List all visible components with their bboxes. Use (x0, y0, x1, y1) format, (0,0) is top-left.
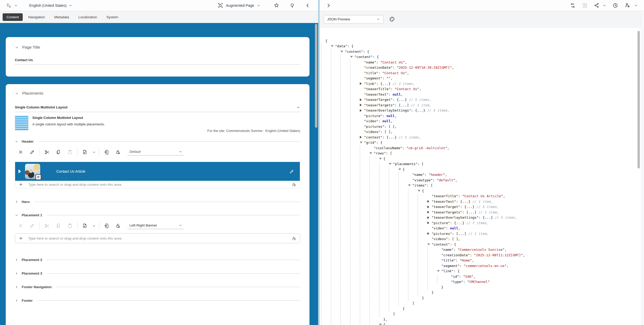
section-hero[interactable]: Hero (15, 200, 300, 204)
header-view-select[interactable]: Default (127, 149, 184, 155)
json-token-p: : { (450, 242, 456, 246)
edit-pencil-icon[interactable] (289, 169, 294, 174)
json-token-p: ", (403, 60, 407, 64)
cut-scissors-icon[interactable] (41, 149, 53, 155)
collapse-toggle-expanded-icon[interactable] (418, 188, 422, 194)
collapse-chevron-icon[interactable] (15, 91, 19, 95)
tab-content[interactable]: Content (3, 13, 23, 21)
indent-guide (369, 285, 379, 290)
content-type-filter-icon[interactable] (292, 182, 296, 187)
open-content-icon[interactable] (101, 149, 112, 155)
collapse-toggle-expanded-icon[interactable] (360, 140, 364, 146)
placement1-view-select[interactable]: Left-Right Banner (127, 222, 184, 229)
json-token-c: // 5 items, (399, 135, 421, 139)
indent-guide (350, 290, 360, 295)
locale-dropdown-chevron-icon[interactable] (69, 4, 72, 7)
collapse-toggle-expanded-icon[interactable] (389, 161, 393, 167)
left-panel-scrollbar[interactable] (315, 24, 317, 128)
locale-select-value[interactable]: English (United States) (29, 3, 67, 8)
lock-permissions-icon[interactable] (112, 223, 124, 229)
indent-guide (331, 226, 341, 231)
collapse-panel-left-icon[interactable] (305, 3, 310, 8)
indent-guide (350, 236, 360, 242)
share-dropdown-chevron-icon[interactable] (603, 4, 606, 7)
section-placement3[interactable]: Placement 3 (15, 271, 300, 275)
collapse-toggle-collapsed-icon[interactable] (427, 231, 432, 236)
preview-mode-select[interactable]: JSON Preview (324, 15, 383, 24)
collapse-toggle-collapsed-icon[interactable] (360, 108, 364, 113)
translate-icon[interactable] (6, 3, 11, 8)
lightbulb-icon[interactable] (289, 3, 295, 8)
tab-localization[interactable]: Localization (74, 13, 101, 21)
indent-guide (427, 285, 437, 290)
page-title-input[interactable]: Contact Us (15, 58, 300, 62)
json-token-c: // 5 items, (409, 98, 431, 102)
expand-caret-icon[interactable] (19, 169, 21, 173)
collapse-toggle-collapsed-icon[interactable] (360, 135, 364, 140)
translate-dropdown-chevron-icon[interactable] (14, 4, 18, 7)
json-token-p: : " (463, 280, 469, 284)
collapse-panel-right-icon[interactable] (326, 3, 331, 8)
json-token-p: : " (391, 87, 397, 91)
collapse-chevron-icon[interactable] (15, 45, 19, 49)
json-scrollbar[interactable] (637, 31, 640, 169)
tab-system[interactable]: System (103, 13, 122, 21)
indent-guide (398, 183, 408, 188)
collapse-toggle-expanded-icon[interactable] (331, 44, 335, 49)
lock-permissions-icon[interactable] (112, 149, 124, 155)
user-settings-dropdown-chevron-icon[interactable] (634, 4, 638, 7)
new-content-icon[interactable] (79, 149, 91, 155)
indent-guide (350, 220, 360, 226)
collapse-toggle-collapsed-icon[interactable] (360, 97, 364, 103)
doc-type-selector[interactable]: Augmented Page (217, 2, 260, 8)
placement1-drop-area[interactable]: Type here to search or drag and drop con… (15, 233, 300, 243)
new-content-dropdown-chevron-icon[interactable] (91, 224, 97, 228)
indent-guide (341, 135, 350, 140)
refresh-preview-icon[interactable] (570, 3, 576, 8)
linked-content-row[interactable]: Contact Us Article (15, 162, 300, 181)
collapse-toggle-expanded-icon[interactable] (437, 269, 441, 274)
section-footer-navigation[interactable]: Footer Navigation (15, 285, 300, 289)
layout-select[interactable]: Single Column Multislot Layout (15, 105, 300, 112)
json-line: "link": {...} // 2 items, (321, 81, 644, 86)
section-placement1[interactable]: Placement 1 (15, 213, 300, 217)
collapse-toggle-collapsed-icon[interactable] (427, 220, 432, 226)
collapse-toggle-expanded-icon[interactable] (379, 322, 383, 325)
collapse-toggle-expanded-icon[interactable] (379, 156, 383, 161)
share-icon[interactable] (594, 3, 599, 8)
collapse-toggle-collapsed-icon[interactable] (360, 81, 364, 86)
time-travel-clock-icon[interactable] (612, 3, 618, 8)
tab-metadata[interactable]: Metadata (50, 13, 73, 21)
indent-guide (350, 60, 360, 65)
collapse-toggle-expanded-icon[interactable] (427, 242, 432, 247)
favorite-star-icon[interactable] (273, 2, 279, 8)
indent-guide (369, 242, 379, 247)
new-content-dropdown-chevron-icon[interactable] (91, 150, 97, 154)
collapse-toggle-expanded-icon[interactable] (408, 183, 412, 188)
copy-icon[interactable] (53, 149, 64, 155)
indent-guide (408, 252, 418, 258)
user-settings-icon[interactable] (624, 2, 630, 8)
collapse-toggle-collapsed-icon[interactable] (427, 215, 432, 220)
header-drop-area[interactable]: Type here to search or drag and drop con… (15, 181, 300, 188)
collapse-toggle-expanded-icon[interactable] (369, 151, 374, 156)
section-footer[interactable]: Footer (15, 299, 300, 303)
section-placement2[interactable]: Placement 2 (15, 258, 300, 262)
theme-palette-icon[interactable] (389, 16, 395, 22)
section-header[interactable]: Header (15, 140, 300, 143)
remove-item-icon[interactable] (15, 149, 26, 155)
collapse-toggle-expanded-icon[interactable] (350, 54, 354, 60)
collapse-toggle-collapsed-icon[interactable] (427, 210, 432, 215)
tab-navigation[interactable]: Navigation (24, 13, 49, 21)
open-content-icon[interactable] (101, 223, 112, 229)
collapse-toggle-collapsed-icon[interactable] (360, 102, 364, 108)
collapse-toggle-expanded-icon[interactable] (398, 167, 403, 172)
json-token-k: "teaserTitle" (364, 87, 391, 91)
collapse-toggle-collapsed-icon[interactable] (427, 199, 432, 204)
collapse-toggle-expanded-icon[interactable] (341, 49, 345, 54)
collapse-toggle-collapsed-icon[interactable] (427, 204, 432, 210)
indent-guide (331, 140, 341, 146)
edit-pencil-icon[interactable] (26, 149, 38, 155)
new-content-icon[interactable] (79, 223, 91, 228)
content-type-filter-icon[interactable] (292, 236, 296, 241)
